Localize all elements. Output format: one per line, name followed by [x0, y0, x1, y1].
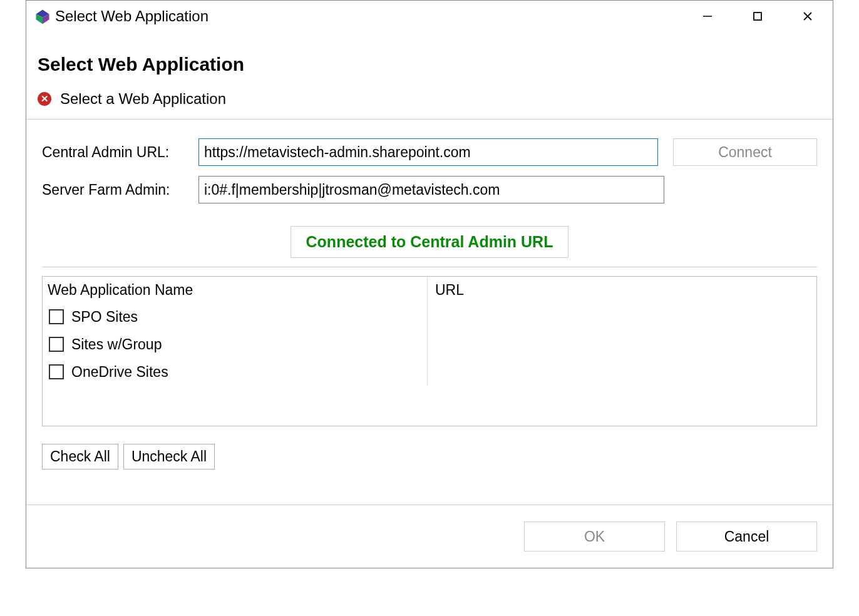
table-row[interactable]: Sites w/Group [43, 331, 816, 358]
server-farm-row: Server Farm Admin: [42, 176, 817, 203]
error-icon: ✕ [38, 92, 51, 106]
table-header: Web Application Name URL [43, 277, 816, 303]
status-badge: Connected to Central Admin URL [291, 226, 569, 258]
table-body: SPO Sites Sites w/Group OneDrive Sites [43, 303, 816, 426]
connect-button[interactable]: Connect [673, 138, 817, 166]
subtitle-text: Select a Web Application [60, 90, 226, 108]
window-title: Select Web Application [55, 8, 208, 25]
table-row[interactable]: OneDrive Sites [43, 358, 816, 386]
maximize-icon [753, 11, 763, 21]
minimize-button[interactable] [682, 1, 733, 32]
dialog-window: Select Web Application Select Web Applic… [26, 0, 833, 568]
footer: OK Cancel [26, 505, 833, 568]
central-admin-label: Central Admin URL: [42, 144, 192, 161]
central-admin-row: Central Admin URL: Connect [42, 138, 817, 166]
row-checkbox[interactable] [49, 309, 64, 324]
close-icon [803, 11, 813, 21]
column-header-url[interactable]: URL [428, 277, 816, 303]
row-url [428, 303, 816, 331]
minimize-icon [702, 11, 712, 21]
titlebar: Select Web Application [26, 1, 833, 32]
central-admin-input[interactable] [198, 138, 658, 166]
server-farm-label: Server Farm Admin: [42, 182, 192, 198]
close-button[interactable] [783, 1, 833, 32]
check-all-button[interactable]: Check All [42, 444, 118, 470]
content-area: Central Admin URL: Connect Server Farm A… [26, 120, 833, 505]
status-row: Connected to Central Admin URL [42, 213, 817, 258]
header-area: Select Web Application ✕ Select a Web Ap… [26, 32, 833, 119]
cancel-button[interactable]: Cancel [676, 521, 817, 552]
page-title: Select Web Application [38, 54, 821, 75]
table-divider [42, 267, 817, 267]
table-row[interactable]: SPO Sites [43, 303, 816, 331]
row-url [428, 331, 816, 358]
maximize-button[interactable] [733, 1, 783, 32]
ok-button[interactable]: OK [524, 521, 665, 552]
web-app-table: Web Application Name URL SPO Sites Sites… [42, 276, 817, 426]
subtitle-row: ✕ Select a Web Application [38, 90, 821, 108]
app-icon [34, 8, 51, 25]
check-buttons-row: Check All Uncheck All [42, 444, 817, 470]
row-name: SPO Sites [71, 309, 138, 326]
column-header-name[interactable]: Web Application Name [43, 277, 428, 303]
window-controls [682, 1, 833, 32]
uncheck-all-button[interactable]: Uncheck All [123, 444, 215, 470]
server-farm-input[interactable] [198, 176, 664, 203]
row-url [428, 358, 816, 386]
row-checkbox[interactable] [49, 364, 64, 379]
row-name: OneDrive Sites [71, 364, 168, 381]
row-name: Sites w/Group [71, 336, 162, 353]
svg-rect-4 [754, 13, 761, 20]
row-checkbox[interactable] [49, 337, 64, 352]
